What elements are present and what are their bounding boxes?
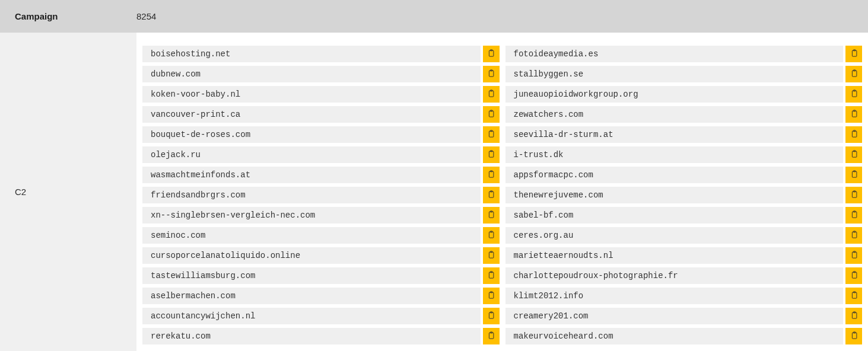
clipboard-icon bbox=[487, 149, 495, 160]
svg-rect-0 bbox=[489, 50, 494, 56]
clipboard-icon bbox=[487, 129, 495, 140]
svg-rect-36 bbox=[852, 111, 857, 117]
copy-button[interactable] bbox=[845, 187, 862, 203]
svg-rect-16 bbox=[489, 212, 494, 218]
svg-rect-12 bbox=[489, 171, 494, 177]
copy-button[interactable] bbox=[483, 187, 500, 203]
domain-text: friendsandbrgrs.com bbox=[142, 187, 481, 203]
copy-button[interactable] bbox=[483, 267, 500, 284]
domain-item: zewatchers.com bbox=[505, 106, 863, 123]
copy-button[interactable] bbox=[483, 106, 500, 123]
copy-button[interactable] bbox=[483, 146, 500, 163]
campaign-value: 8254 bbox=[136, 11, 156, 21]
copy-button[interactable] bbox=[483, 86, 500, 103]
copy-button[interactable] bbox=[845, 86, 862, 103]
clipboard-icon bbox=[487, 49, 495, 59]
clipboard-icon bbox=[850, 270, 859, 281]
copy-button[interactable] bbox=[483, 288, 500, 304]
domain-text: creamery201.com bbox=[505, 308, 844, 324]
domain-text: ceres.org.au bbox=[505, 227, 844, 244]
copy-button[interactable] bbox=[483, 126, 500, 143]
copy-button[interactable] bbox=[845, 106, 862, 123]
copy-button[interactable] bbox=[483, 328, 500, 344]
domain-item: seevilla-dr-sturm.at bbox=[505, 126, 863, 143]
domain-item: charlottepoudroux-photographie.fr bbox=[505, 267, 863, 284]
copy-button[interactable] bbox=[845, 66, 862, 82]
domain-item: appsformacpc.com bbox=[505, 167, 863, 183]
section-label: C2 bbox=[0, 33, 136, 351]
domain-text: zewatchers.com bbox=[505, 106, 844, 123]
copy-button[interactable] bbox=[845, 167, 862, 183]
header-row: Campaign 8254 bbox=[0, 0, 868, 33]
svg-rect-8 bbox=[489, 131, 494, 137]
domain-text: klimt2012.info bbox=[505, 288, 844, 304]
svg-rect-26 bbox=[489, 312, 494, 318]
svg-rect-18 bbox=[489, 232, 494, 238]
svg-rect-32 bbox=[852, 71, 857, 76]
clipboard-icon bbox=[487, 109, 495, 120]
domain-text: stallbyggen.se bbox=[505, 66, 844, 82]
domain-item: ceres.org.au bbox=[505, 227, 863, 244]
svg-rect-52 bbox=[852, 272, 857, 278]
domain-item: tastewilliamsburg.com bbox=[142, 267, 500, 284]
svg-rect-22 bbox=[489, 272, 494, 278]
svg-rect-6 bbox=[489, 111, 494, 117]
domain-text: fotoideaymedia.es bbox=[505, 46, 844, 62]
domain-item: stallbyggen.se bbox=[505, 66, 863, 82]
copy-button[interactable] bbox=[483, 167, 500, 183]
domain-text: appsformacpc.com bbox=[505, 167, 844, 183]
clipboard-icon bbox=[850, 250, 859, 261]
domain-text: bouquet-de-roses.com bbox=[142, 126, 481, 143]
domain-item: boisehosting.net bbox=[142, 46, 500, 62]
domain-item: bouquet-de-roses.com bbox=[142, 126, 500, 143]
domain-item: xn--singlebrsen-vergleich-nec.com bbox=[142, 207, 500, 224]
clipboard-icon bbox=[850, 190, 859, 200]
clipboard-icon bbox=[850, 49, 859, 59]
domain-text: vancouver-print.ca bbox=[142, 106, 481, 123]
domain-item: juneauopioidworkgroup.org bbox=[505, 86, 863, 103]
svg-rect-50 bbox=[852, 252, 857, 258]
domain-text: tastewilliamsburg.com bbox=[142, 267, 481, 284]
campaign-label: Campaign bbox=[0, 11, 136, 21]
svg-rect-46 bbox=[852, 212, 857, 218]
domain-item: olejack.ru bbox=[142, 146, 500, 163]
clipboard-icon bbox=[850, 331, 859, 342]
clipboard-icon bbox=[850, 149, 859, 160]
copy-button[interactable] bbox=[845, 267, 862, 284]
copy-button[interactable] bbox=[483, 227, 500, 244]
domain-item: klimt2012.info bbox=[505, 288, 863, 304]
copy-button[interactable] bbox=[483, 247, 500, 264]
copy-button[interactable] bbox=[845, 46, 862, 62]
clipboard-icon bbox=[487, 230, 495, 241]
domain-text: i-trust.dk bbox=[505, 146, 844, 163]
copy-button[interactable] bbox=[483, 46, 500, 62]
copy-button[interactable] bbox=[483, 66, 500, 82]
domain-text: charlottepoudroux-photographie.fr bbox=[505, 267, 844, 284]
copy-button[interactable] bbox=[483, 207, 500, 224]
domain-text: rerekatu.com bbox=[142, 328, 481, 344]
svg-rect-28 bbox=[489, 333, 494, 339]
domain-text: dubnew.com bbox=[142, 66, 481, 82]
domain-text: cursoporcelanatoliquido.online bbox=[142, 247, 481, 264]
clipboard-icon bbox=[487, 210, 495, 221]
clipboard-icon bbox=[487, 250, 495, 261]
domain-text: seevilla-dr-sturm.at bbox=[505, 126, 844, 143]
domain-item: dubnew.com bbox=[142, 66, 500, 82]
copy-button[interactable] bbox=[845, 126, 862, 143]
copy-button[interactable] bbox=[845, 288, 862, 304]
copy-button[interactable] bbox=[845, 207, 862, 224]
domain-item: koken-voor-baby.nl bbox=[142, 86, 500, 103]
c2-domains-panel: boisehosting.netdubnew.comkoken-voor-bab… bbox=[136, 33, 868, 351]
clipboard-icon bbox=[487, 170, 495, 180]
copy-button[interactable] bbox=[845, 328, 862, 344]
copy-button[interactable] bbox=[845, 308, 862, 324]
clipboard-icon bbox=[487, 190, 495, 200]
copy-button[interactable] bbox=[845, 227, 862, 244]
domain-item: fotoideaymedia.es bbox=[505, 46, 863, 62]
domain-item: aselbermachen.com bbox=[142, 288, 500, 304]
clipboard-icon bbox=[850, 89, 859, 100]
clipboard-icon bbox=[487, 69, 495, 79]
copy-button[interactable] bbox=[483, 308, 500, 324]
copy-button[interactable] bbox=[845, 146, 862, 163]
copy-button[interactable] bbox=[845, 247, 862, 264]
